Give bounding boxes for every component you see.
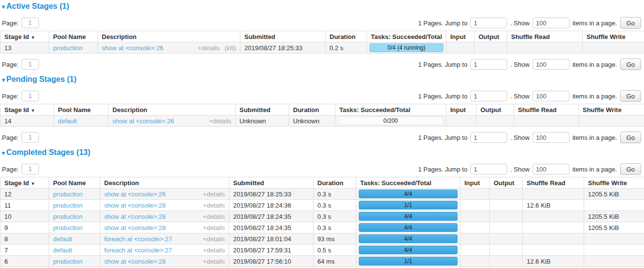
description-link[interactable]: show at <console>:28 (104, 202, 166, 209)
col-tasks[interactable]: Tasks: Succeeded/Total (335, 104, 446, 115)
show-items-input[interactable] (533, 59, 570, 70)
tasks-cell: 1/1 (356, 256, 460, 267)
col-shuffle-read[interactable]: Shuffle Read (523, 177, 584, 189)
col-duration[interactable]: Duration (326, 31, 367, 42)
col-duration[interactable]: Duration (289, 104, 335, 115)
col-output[interactable]: Output (490, 177, 523, 189)
details-toggle[interactable]: +details (203, 202, 225, 209)
shuffle-write-cell (584, 245, 644, 256)
tasks-cell: 4/4 (356, 211, 460, 222)
shuffle-read-cell (523, 222, 584, 233)
col-submitted[interactable]: Submitted (236, 104, 289, 115)
col-stage-id[interactable]: Stage Id ▼ (0, 177, 49, 189)
pool-name-link[interactable]: production (53, 258, 83, 265)
pages-count-text: 1 Pages. Jump to (418, 166, 467, 173)
page-number-box[interactable]: 1 (21, 18, 39, 28)
pool-name-link[interactable]: default (58, 117, 77, 125)
sort-desc-icon: ▼ (31, 108, 35, 113)
page-number-box[interactable]: 1 (21, 91, 39, 101)
description-link[interactable]: show at <console>:26 (104, 191, 166, 198)
page-number-box[interactable]: 1 (21, 132, 39, 143)
shuffle-write-cell (584, 200, 644, 211)
pool-name-link[interactable]: default (53, 235, 72, 243)
section-header-completed-stages[interactable]: ▾Completed Stages (13) (0, 147, 644, 158)
pool-name-link[interactable]: default (53, 247, 72, 254)
col-pool-name[interactable]: Pool Name (54, 104, 109, 115)
col-duration[interactable]: Duration (313, 177, 356, 189)
col-submitted[interactable]: Submitted (229, 177, 313, 189)
col-description[interactable]: Description (100, 177, 229, 189)
pool-name-link[interactable]: production (53, 44, 83, 52)
duration-cell: 0.2 s (326, 42, 367, 54)
section-title: Pending Stages (1) (6, 75, 76, 83)
table-row: 10 production show at <console>:28 +deta… (0, 211, 644, 222)
output-cell (490, 256, 523, 267)
pool-name-link[interactable]: production (53, 213, 83, 220)
pool-name-cell: default (49, 245, 100, 256)
section-header-active-stages[interactable]: ▾Active Stages (1) (0, 1, 644, 12)
description-link[interactable]: show at <console>:28 (104, 258, 166, 265)
pool-name-link[interactable]: production (53, 224, 83, 231)
jump-to-input[interactable] (470, 59, 507, 70)
pool-name-link[interactable]: production (53, 191, 83, 198)
show-items-input[interactable] (533, 132, 570, 143)
details-toggle[interactable]: +details (203, 235, 225, 243)
go-button[interactable]: Go (620, 17, 641, 29)
details-toggle[interactable]: +details (209, 117, 231, 125)
col-tasks[interactable]: Tasks: Succeeded/Total (356, 177, 460, 189)
col-input[interactable]: Input (460, 177, 490, 189)
description-link[interactable]: show at <console>:26 (112, 117, 174, 125)
jump-to-input[interactable] (470, 132, 507, 143)
go-button[interactable]: Go (620, 90, 641, 102)
col-shuffle-read[interactable]: Shuffle Read (507, 31, 583, 42)
jump-to-input[interactable] (470, 164, 507, 174)
col-output[interactable]: Output (477, 104, 514, 115)
jump-to-input[interactable] (470, 91, 507, 101)
shuffle-read-cell (523, 211, 584, 222)
col-stage-id[interactable]: Stage Id ▼ (0, 104, 54, 115)
description-link[interactable]: foreach at <console>:27 (104, 247, 172, 254)
task-progress-bar: 4/4 (359, 190, 458, 198)
show-items-input[interactable] (533, 18, 570, 28)
details-toggle[interactable]: +details (203, 191, 225, 198)
details-toggle[interactable]: +details (198, 44, 220, 52)
submitted-cell: 2019/08/27 18:24:35 (229, 211, 313, 222)
duration-cell: 93 ms (313, 233, 356, 245)
col-pool-name[interactable]: Pool Name (49, 177, 100, 189)
section-header-pending-stages[interactable]: ▾Pending Stages (1) (0, 74, 644, 85)
col-description[interactable]: Description (98, 31, 240, 42)
details-toggle[interactable]: +details (203, 247, 225, 254)
jump-to-input[interactable] (470, 18, 507, 28)
go-button[interactable]: Go (620, 58, 641, 70)
go-button[interactable]: Go (620, 163, 641, 175)
description-link[interactable]: foreach at <console>:27 (104, 235, 172, 243)
description-link[interactable]: show at <console>:26 (102, 44, 163, 52)
description-link[interactable]: show at <console>:28 (104, 224, 166, 231)
col-pool-name[interactable]: Pool Name (49, 31, 98, 42)
kill-link[interactable]: (kill) (224, 44, 236, 52)
col-submitted[interactable]: Submitted (240, 31, 326, 42)
details-toggle[interactable]: +details (203, 258, 225, 265)
col-shuffle-write[interactable]: Shuffle Write (584, 177, 644, 189)
submitted-cell: 2019/08/27 18:24:36 (229, 200, 313, 211)
col-input[interactable]: Input (446, 31, 475, 42)
description-link[interactable]: show at <console>:28 (104, 213, 166, 220)
col-output[interactable]: Output (475, 31, 507, 42)
pool-name-link[interactable]: production (53, 202, 83, 209)
col-tasks[interactable]: Tasks: Succeeded/Total (367, 31, 446, 42)
go-button[interactable]: Go (620, 132, 641, 143)
page-number-box[interactable]: 1 (21, 59, 39, 70)
details-toggle[interactable]: +details (203, 213, 225, 220)
tasks-cell: 0/4 (4 running) (367, 42, 446, 54)
col-shuffle-write[interactable]: Shuffle Write (579, 104, 644, 115)
col-input[interactable]: Input (446, 104, 477, 115)
stage-id-cell: 12 (0, 189, 49, 200)
show-items-input[interactable] (533, 91, 570, 101)
page-number-box[interactable]: 1 (21, 164, 39, 174)
col-shuffle-read[interactable]: Shuffle Read (514, 104, 579, 115)
show-items-input[interactable] (533, 164, 570, 174)
col-shuffle-write[interactable]: Shuffle Write (583, 31, 644, 42)
col-description[interactable]: Description (109, 104, 236, 115)
details-toggle[interactable]: +details (203, 224, 225, 231)
col-stage-id[interactable]: Stage Id ▼ (0, 31, 49, 42)
